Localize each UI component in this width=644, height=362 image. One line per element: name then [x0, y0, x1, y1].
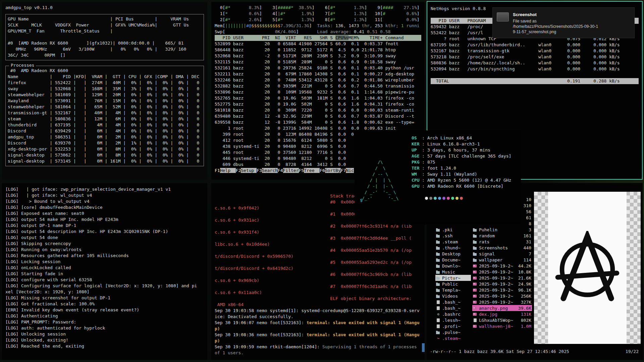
folder-icon: [473, 240, 477, 244]
file-name: Docume~: [442, 257, 461, 262]
process-row[interactable]: 532246 bazz 20 0 748M 53412 43128 S 0.6 …: [215, 77, 421, 83]
file-row[interactable]: Videos: [435, 293, 471, 299]
journal-line: Sep 30 19:09:59 nemo rtkit-daemon[1204]:…: [215, 344, 421, 350]
sort-column-cpu[interactable]: CPU%▽: [335, 35, 348, 40]
file-name: 2025-09-19-2~: [479, 300, 513, 305]
file-row[interactable]: 2025-09-19-2~96.1K: [472, 287, 532, 293]
file-row[interactable]: LGhxuAbT5Wop~802K: [472, 317, 532, 323]
file-row[interactable]: .thund~: [435, 245, 471, 251]
fkey-f2[interactable]: F2: [236, 168, 241, 173]
journal-line: ice: Deactivated successfully.: [215, 314, 421, 320]
process-row[interactable]: 532115 bazz 20 0 5185M 289M 0 S 0.6 0.9 …: [215, 59, 421, 65]
file-row[interactable]: Public: [435, 281, 471, 287]
journal-line: #5 0x000055aa5293ed2c n/a (/op: [215, 259, 421, 265]
fkey-label[interactable]: Setup: [241, 168, 257, 173]
file-row[interactable]: .bash_~: [435, 305, 471, 311]
process-row[interactable]: 552765 bazz 20 0 19.0G 503M 181M S 0.6 1…: [215, 95, 421, 101]
nethogs-row: 532094 bazz /usr/bin/syncthing wlan0 0.0…: [431, 66, 639, 72]
file-row[interactable]: 2025-09-19-2~10.8K: [472, 269, 532, 275]
file-row[interactable]: signal7: [472, 251, 532, 257]
file-row[interactable]: 2025-09-19-2~21.6K: [472, 275, 532, 281]
file-row[interactable]: .ssh: [435, 233, 471, 239]
process-row[interactable]: 532068 bazz -2 0 5171M 289M 236M S 3.2 0…: [215, 53, 421, 59]
file-row[interactable]: ↪.steam~: [435, 335, 471, 341]
process-row[interactable]: 639480 bazz 12 -8 32.9G 229M 0 S 0.6 0.7…: [215, 113, 421, 119]
journal-line: #7 0x00007ff6c3d1aa0c n/a (lib: [215, 284, 421, 290]
htop-meters: 0[#* 8.3%] 3[#####* 38.5%] 6[#* 1.3%] 9[…: [215, 5, 421, 35]
htop-table-header[interactable]: PID USER PRI NI VIRT RES SHR S CPU%▽MEM%…: [215, 35, 421, 41]
file-row[interactable]: Screenshots440: [472, 245, 532, 251]
process-row[interactable]: 552775 bazz 20 0 19.0G 502M 0 S 0.6 1.6 …: [215, 101, 421, 107]
file-row[interactable]: Templa~: [435, 287, 471, 293]
process-row[interactable]: 639558 bazz 12 -8 1399G 584M 0 S 0.6 1.8…: [215, 119, 421, 125]
gpu-process-row: signal-desktop | 573062 | | 0M | 8M | 0%…: [8, 152, 202, 158]
process-row[interactable]: 581018 bazz 20 0 309M 7220 0 S 0.6 0.0 0…: [215, 107, 421, 113]
fkey-label[interactable]: Filter: [283, 168, 299, 173]
gpu-process-row: steamwebhelper | 581064 | | 65M | 52M | …: [8, 104, 202, 110]
fkey-f1[interactable]: F1: [215, 168, 220, 173]
file-name: .steam~: [442, 336, 461, 341]
file-size-or-count: 802K: [521, 318, 531, 323]
fkey-label[interactable]: SortBy: [325, 168, 341, 173]
process-row[interactable]: 532211 bazz 20 0 679M 17860 14308 S 0.6 …: [215, 71, 421, 77]
fkey-f3[interactable]: F3: [257, 168, 262, 173]
fkey-label[interactable]: Nic: [346, 168, 354, 173]
file-row[interactable]: .pki: [435, 227, 471, 233]
file-row[interactable]: Downlo~: [435, 263, 471, 269]
process-row[interactable]: 586448 bazz 20 0 11852 9712 5172 R 4.5 0…: [215, 47, 421, 53]
file-row[interactable]: ⚙.bashrc: [435, 311, 471, 317]
fkey-label[interactable]: Tree: [304, 168, 320, 173]
fkey-f7[interactable]: F7: [341, 168, 346, 173]
file-row[interactable]: 2025-09-19-2~327K: [472, 299, 532, 305]
fastfetch-terminal[interactable]: /\ / \ / -- \ / | | \ / -| |- \ / _-' '-…: [355, 130, 521, 225]
journal-line: AMD x86-64: [215, 302, 421, 308]
process-row[interactable]: 532899 bazz 20 0 65884 41980 27564 S 60.…: [215, 41, 421, 47]
file-row[interactable]: .profi~: [435, 323, 471, 329]
file-row[interactable]: .pulse~: [435, 329, 471, 335]
status-bar[interactable]: [0, 360, 644, 362]
file-row[interactable]: .steam: [435, 239, 471, 245]
amdgpu-top-window[interactable]: amdgpu_top v0.11.0 GPU Name | PCI Bus | …: [2, 2, 207, 180]
file-row[interactable]: 2025-09-19-2~24.9K: [472, 281, 532, 287]
notification[interactable]: Screenshot File saved as /home/bazz/Pict…: [492, 7, 635, 38]
shell-prompt[interactable]: $: [360, 197, 363, 203]
process-row[interactable]: 532882 bazz 20 0 3939M 221M 0 S 0.6 0.7 …: [215, 83, 421, 89]
img-icon: [473, 264, 477, 268]
log-terminal-window[interactable]: [LOG] | got iface: zwp_primary_selection…: [2, 183, 207, 360]
file-row[interactable]: wallhaven-j8~1.0M: [472, 323, 532, 329]
fkey-f5[interactable]: F5: [299, 168, 304, 173]
file-name: Music: [442, 269, 455, 275]
file-row[interactable]: dex.jpg131K: [472, 311, 532, 317]
journal-line: t/discord/Discord + 0x5906570): [215, 253, 421, 259]
file-row[interactable]: random161: [472, 233, 532, 239]
process-row[interactable]: 533896 bazz 20 0 109M 19568 9232 S 0.6 0…: [215, 89, 421, 95]
fkey-f6[interactable]: F6: [320, 168, 325, 173]
notification-text: File saved as: [513, 18, 598, 24]
file-row[interactable]: Docume~: [435, 257, 471, 263]
file-row[interactable]: 2025-09-19-2~256K: [472, 293, 532, 299]
fkey-label[interactable]: Search: [262, 168, 278, 173]
journal-line: #4 0x000055aa51e2b570 n/a (/op: [215, 247, 421, 253]
file-row[interactable]: Music: [435, 269, 471, 275]
file-row[interactable]: 2025-09-19-2~44.2K: [472, 263, 532, 269]
file-name: Downlo~: [442, 263, 461, 268]
file-row[interactable]: wallpaper114: [472, 257, 532, 263]
folder-icon: [436, 294, 440, 298]
nethogs-row: 532167 bazz transmission-gtk wlan0 0.000…: [431, 48, 639, 54]
file-row[interactable]: .bash_~: [435, 299, 471, 305]
scrollbar-thumb[interactable]: [422, 343, 425, 352]
fkey-f4[interactable]: F4: [278, 168, 283, 173]
gpu-processes-box: Processes #0 AMD Radeon RX 6600Name | PI…: [5, 66, 204, 166]
file-row[interactable]: anarchy.png39.6K: [472, 305, 532, 311]
fetch-info-row: KER : Linux 6.16.8-arch3-1: [412, 141, 511, 147]
prompt-symbol: $: [360, 198, 363, 203]
color-palette: [425, 195, 464, 199]
file-row[interactable]: Pictur~: [435, 275, 471, 281]
file-row[interactable]: .lessh~: [435, 317, 471, 323]
gpu-process-row: Name | PID |KFD| VRAM | GTT | CPU | GFX …: [8, 74, 202, 80]
process-row[interactable]: 532161 bazz 20 0 29736 25824 9180 S 0.6 …: [215, 65, 421, 71]
fkey-label[interactable]: Help: [220, 168, 236, 173]
file-row[interactable]: Puhelin3: [472, 227, 532, 233]
file-row[interactable]: rats31: [472, 239, 532, 245]
file-row[interactable]: Desktop: [435, 251, 471, 257]
